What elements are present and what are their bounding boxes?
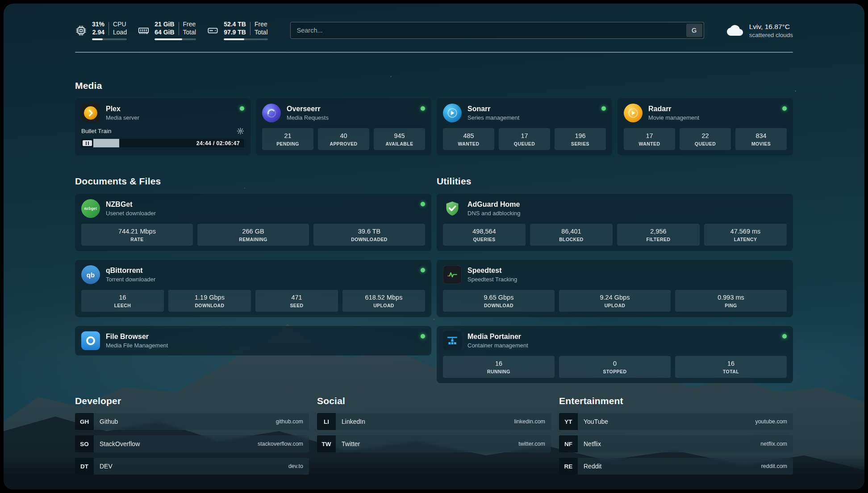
ram-free-value: 21 GiB [154, 21, 174, 29]
app-subtitle: Movie management [648, 114, 699, 121]
stat-queued: 17 QUEUED [499, 128, 550, 150]
disk-free-value: 52.4 TB [224, 21, 246, 29]
disk-widget-divider [250, 22, 250, 35]
disk-total-value: 97.9 TB [224, 29, 246, 37]
stat-queries: 498,564 QUERIES [443, 224, 526, 246]
app-subtitle: Torrent downloader [106, 276, 155, 283]
stat-wanted: 485 WANTED [443, 128, 494, 150]
section-entertainment: Entertainment YT YouTube youtube.com NF … [559, 396, 793, 475]
disk-free-label: Free [255, 21, 268, 29]
app-subtitle: DNS and adblocking [467, 210, 521, 217]
cpu-label: CPU [113, 21, 127, 29]
top-bar: 31% 2.94 CPU Load [75, 19, 793, 42]
app-subtitle: Container management [467, 342, 528, 349]
plex-icon [81, 104, 100, 122]
twitter-icon: TW [317, 435, 336, 452]
ram-icon [138, 25, 150, 37]
plex-card[interactable]: Plex Media server Bullet Train [75, 98, 250, 155]
bookmark-twitter[interactable]: TW Twitter twitter.com [317, 435, 551, 452]
bookmark-stackoverflow[interactable]: SO StackOverflow stackoverflow.com [75, 435, 309, 452]
stat-leech: 16 LEECH [81, 290, 164, 312]
bookmark-reddit[interactable]: RE Reddit reddit.com [559, 458, 793, 475]
section-social: Social LI LinkedIn linkedin.com TW Twitt… [317, 396, 551, 475]
bookmark-youtube[interactable]: YT YouTube youtube.com [559, 413, 793, 430]
section-developer: Developer GH Github github.com SO StackO… [75, 396, 309, 475]
adguard-card[interactable]: AdGuard Home DNS and adblocking 498,564 … [437, 194, 793, 251]
overseerr-icon [262, 104, 281, 122]
ram-total-value: 64 GiB [154, 29, 174, 37]
status-dot [421, 268, 425, 272]
linkedin-icon: LI [317, 413, 336, 430]
stat-queued: 22 QUEUED [680, 128, 731, 150]
status-dot [782, 106, 787, 111]
stat-upload: 9.24 Gbps UPLOAD [559, 290, 671, 312]
radarr-card[interactable]: Radarr Movie management 17 WANTED 22 QUE… [618, 98, 793, 155]
stat-wanted: 17 WANTED [624, 128, 675, 150]
ram-progress-track [154, 38, 196, 40]
ram-widget: 21 GiB 64 GiB Free Total [138, 21, 196, 40]
cpu-progress-track [92, 38, 127, 40]
filebrowser-icon [81, 331, 100, 350]
app-subtitle: Media server [106, 114, 139, 121]
section-media: Media Plex Media server [75, 80, 793, 155]
app-name: qBittorrent [106, 267, 155, 275]
stat-running: 16 RUNNING [443, 356, 555, 378]
netflix-icon: NF [559, 435, 578, 452]
playback-progress-bar[interactable]: 24:44 / 02:06:47 [81, 139, 244, 147]
app-subtitle: Usenet downloader [106, 210, 156, 217]
app-subtitle: Media Requests [287, 114, 329, 121]
reddit-icon: RE [559, 458, 578, 475]
stat-available: 945 AVAILABLE [374, 128, 425, 150]
app-name: File Browser [106, 333, 168, 341]
bookmark-dev[interactable]: DT DEV dev.to [75, 458, 309, 475]
stat-remaining: 266 GB REMAINING [197, 224, 309, 246]
status-dot [601, 106, 606, 111]
ram-progress-fill [154, 38, 182, 40]
section-title-entertainment: Entertainment [559, 396, 793, 406]
disk-total-label: Total [255, 29, 268, 37]
sonarr-card[interactable]: Sonarr Series management 485 WANTED 17 Q… [437, 98, 612, 155]
disk-icon [207, 25, 219, 37]
status-dot [421, 202, 425, 206]
gear-icon[interactable] [237, 127, 244, 135]
bookmark-github[interactable]: GH Github github.com [75, 413, 309, 430]
qbittorrent-card[interactable]: qb qBittorrent Torrent downloader 16 [75, 260, 431, 317]
bookmark-linkedin[interactable]: LI LinkedIn linkedin.com [317, 413, 551, 430]
ram-free-label: Free [183, 21, 196, 29]
app-name: Overseerr [287, 105, 329, 113]
weather-condition: scattered clouds [749, 32, 793, 38]
portainer-icon [443, 331, 462, 350]
status-dot [421, 334, 425, 338]
stat-stopped: 0 STOPPED [559, 356, 671, 378]
portainer-card[interactable]: Media Portainer Container management 16 … [437, 326, 793, 383]
search-bar: G [290, 22, 704, 39]
app-subtitle: Series management [467, 114, 519, 121]
search-engine-button[interactable]: G [686, 24, 702, 37]
cpu-usage-value: 31% [92, 21, 104, 29]
section-title-social: Social [317, 396, 551, 406]
search-input[interactable] [290, 22, 704, 39]
section-documents: Documents & Files nzbget NZBGet Usenet d… [75, 176, 431, 383]
bookmark-netflix[interactable]: NF Netflix netflix.com [559, 435, 793, 452]
ram-widget-divider [179, 22, 179, 35]
status-dot [240, 106, 244, 111]
section-title-documents: Documents & Files [75, 176, 431, 187]
app-name: Radarr [648, 105, 699, 113]
cpu-widget: 31% 2.94 CPU Load [75, 21, 127, 40]
cpu-widget-divider [108, 22, 109, 35]
dashboard-window: 31% 2.94 CPU Load [4, 4, 864, 489]
status-dot [421, 106, 425, 111]
app-subtitle: Media File Management [106, 342, 168, 349]
pause-button[interactable] [83, 140, 92, 146]
nzbget-card[interactable]: nzbget NZBGet Usenet downloader 744.21 M… [75, 194, 431, 251]
overseerr-card[interactable]: Overseerr Media Requests 21 PENDING 40 A… [256, 98, 431, 155]
app-name: Plex [106, 105, 139, 113]
github-icon: GH [75, 413, 94, 430]
app-name: NZBGet [106, 201, 156, 209]
filebrowser-card[interactable]: File Browser Media File Management [75, 326, 431, 355]
speedtest-card[interactable]: Speedtest Speedtest Tracking 9.65 Gbps D… [437, 260, 793, 317]
stat-download: 1.19 Gbps DOWNLOAD [168, 290, 251, 312]
playback-time: 24:44 / 02:06:47 [196, 139, 240, 147]
stat-filtered: 2,956 FILTERED [617, 224, 700, 246]
qbittorrent-icon: qb [81, 265, 100, 284]
